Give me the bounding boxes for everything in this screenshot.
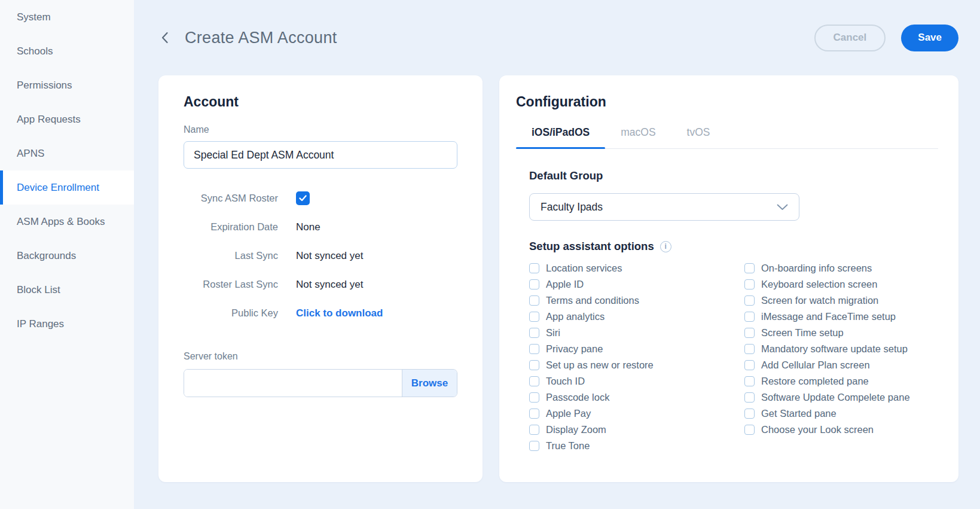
setup-option[interactable]: Software Update Compelete pane — [744, 392, 910, 403]
setup-option[interactable]: Passcode lock — [529, 392, 744, 403]
setup-option-label: Privacy pane — [546, 343, 603, 355]
setup-option[interactable]: Add Cellular Plan screen — [744, 359, 910, 371]
setup-option[interactable]: Apple Pay — [529, 408, 744, 419]
setup-option-label: Restore completed pane — [761, 376, 869, 387]
main-content: Create ASM Account Cancel Save Account N… — [134, 0, 980, 509]
setup-option[interactable]: App analytics — [529, 311, 744, 322]
setup-option[interactable]: Touch ID — [529, 376, 744, 387]
checkbox-icon — [529, 263, 539, 273]
back-button[interactable] — [158, 32, 170, 44]
sidebar-item-asm-apps-books[interactable]: ASM Apps & Books — [0, 205, 134, 239]
setup-option[interactable]: Screen Time setup — [744, 327, 910, 339]
sidebar-item-ip-ranges[interactable]: IP Ranges — [0, 307, 134, 341]
chevron-down-icon — [777, 204, 788, 211]
public-key-row: Public Key Click to download — [184, 306, 457, 320]
setup-option-label: Add Cellular Plan screen — [761, 359, 870, 371]
tab-tvos[interactable]: tvOS — [671, 123, 726, 148]
expiration-date-row: Expiration Date None — [184, 220, 457, 234]
setup-option-label: Screen for watch migration — [761, 295, 878, 306]
sidebar-item-system[interactable]: System — [0, 0, 134, 34]
checkbox-icon — [529, 295, 539, 306]
setup-option[interactable]: iMessage and FaceTime setup — [744, 311, 910, 322]
default-group-select[interactable]: Faculty Ipads — [529, 193, 799, 221]
checkbox-icon — [744, 360, 755, 370]
roster-last-sync-value: Not synced yet — [296, 279, 363, 291]
setup-option-label: On-boarding info screens — [761, 263, 872, 274]
checkbox-icon — [529, 409, 539, 419]
checkbox-icon — [529, 376, 539, 386]
setup-option-label: Siri — [546, 327, 560, 339]
name-input[interactable] — [184, 141, 457, 169]
cancel-button[interactable]: Cancel — [814, 25, 886, 51]
checkbox-icon — [744, 263, 755, 273]
checkbox-icon — [744, 344, 755, 354]
default-group-label: Default Group — [529, 169, 938, 182]
tab-ios-ipados[interactable]: iOS/iPadOS — [516, 123, 605, 148]
checkbox-icon — [529, 312, 539, 322]
row-label: Sync ASM Roster — [184, 193, 278, 204]
browse-button[interactable]: Browse — [402, 370, 457, 397]
account-info-rows: Sync ASM Roster Expiration Date None Las… — [184, 191, 457, 320]
setup-options-label: Setup assistant options — [529, 240, 654, 253]
sidebar-item-device-enrollment[interactable]: Device Enrollment — [0, 170, 134, 205]
info-icon[interactable]: i — [660, 241, 671, 252]
sidebar-item-label: Schools — [17, 45, 53, 57]
setup-option-label: Apple ID — [546, 279, 584, 290]
expiration-date-value: None — [296, 221, 320, 233]
checkbox-icon — [744, 392, 755, 403]
sidebar-item-backgrounds[interactable]: Backgrounds — [0, 239, 134, 273]
setup-option-label: Touch ID — [546, 376, 585, 387]
public-key-download-link[interactable]: Click to download — [296, 307, 383, 319]
setup-option-label: Software Update Compelete pane — [761, 392, 910, 403]
setup-option[interactable]: Set up as new or restore — [529, 359, 744, 371]
setup-option[interactable]: Display Zoom — [529, 424, 744, 435]
checkbox-icon — [744, 376, 755, 386]
sidebar-item-block-list[interactable]: Block List — [0, 273, 134, 307]
sidebar-item-apns[interactable]: APNS — [0, 136, 134, 170]
setup-option[interactable]: Siri — [529, 327, 744, 339]
setup-option[interactable]: Terms and conditions — [529, 295, 744, 306]
setup-option[interactable]: Mandatory software update setup — [744, 343, 910, 355]
setup-option-label: Mandatory software update setup — [761, 343, 908, 355]
sidebar-item-label: Permissions — [17, 80, 72, 92]
sidebar-item-label: Block List — [17, 284, 60, 296]
checkbox-icon — [744, 312, 755, 322]
setup-option[interactable]: Choose your Look screen — [744, 424, 910, 435]
save-button[interactable]: Save — [901, 25, 958, 51]
row-label: Last Sync — [184, 250, 278, 261]
setup-option-label: Keyboard selection screen — [761, 279, 877, 290]
page-title: Create ASM Account — [185, 29, 337, 47]
setup-option[interactable]: Privacy pane — [529, 343, 744, 355]
setup-option[interactable]: Apple ID — [529, 279, 744, 290]
sync-asm-roster-checkbox[interactable] — [296, 191, 310, 205]
last-sync-row: Last Sync Not synced yet — [184, 249, 457, 263]
sidebar-item-app-requests[interactable]: App Requests — [0, 102, 134, 136]
checkbox-icon — [744, 328, 755, 338]
setup-option[interactable]: Keyboard selection screen — [744, 279, 910, 290]
setup-options-header: Setup assistant options i — [529, 240, 938, 253]
checkbox-icon — [529, 392, 539, 403]
sidebar-item-schools[interactable]: Schools — [0, 34, 134, 68]
sidebar-item-label: App Requests — [17, 114, 81, 126]
row-label: Public Key — [184, 307, 278, 319]
setup-option-label: iMessage and FaceTime setup — [761, 311, 896, 322]
setup-option[interactable]: Restore completed pane — [744, 376, 910, 387]
tab-macos[interactable]: macOS — [605, 123, 671, 148]
setup-option[interactable]: Get Started pane — [744, 408, 910, 419]
setup-option[interactable]: Location services — [529, 263, 744, 274]
sidebar-item-permissions[interactable]: Permissions — [0, 68, 134, 102]
setup-option-label: Choose your Look screen — [761, 424, 874, 435]
server-token-input[interactable] — [184, 370, 402, 397]
app-root: System Schools Permissions App Requests … — [0, 0, 980, 509]
sidebar-item-label: IP Ranges — [17, 318, 64, 330]
last-sync-value: Not synced yet — [296, 250, 363, 262]
setup-option-label: True Tone — [546, 440, 590, 452]
checkbox-icon — [529, 425, 539, 435]
checkbox-icon — [529, 344, 539, 354]
server-token-label: Server token — [184, 351, 457, 362]
setup-option[interactable]: On-boarding info screens — [744, 263, 910, 274]
setup-option-label: Screen Time setup — [761, 327, 844, 339]
cards-row: Account Name Sync ASM Roster Expiration … — [158, 75, 958, 482]
setup-option[interactable]: Screen for watch migration — [744, 295, 910, 306]
setup-option[interactable]: True Tone — [529, 440, 744, 452]
